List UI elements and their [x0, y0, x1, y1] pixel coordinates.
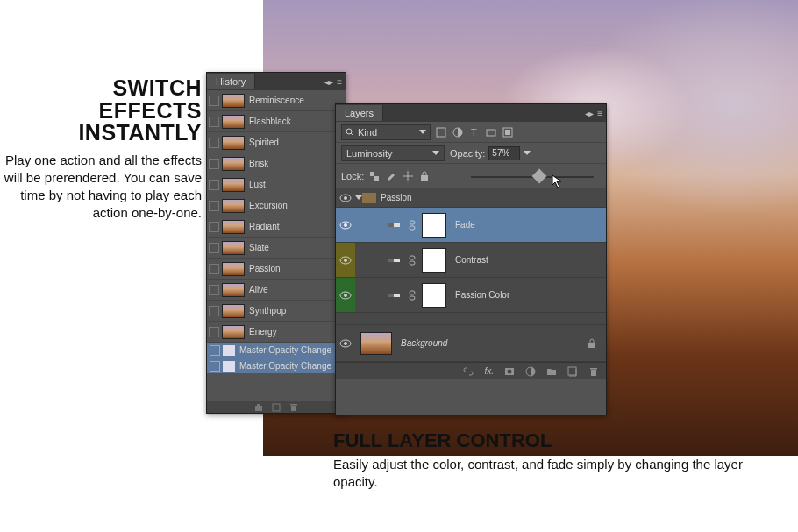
- history-item[interactable]: Passion: [207, 259, 346, 280]
- search-icon: [346, 128, 354, 137]
- background-layer-row[interactable]: Background: [336, 325, 606, 362]
- snapshot-checkbox[interactable]: [209, 327, 219, 337]
- panel-menu-icon[interactable]: ≡: [597, 109, 602, 118]
- opacity-slider[interactable]: [471, 169, 594, 183]
- history-item-label: Alive: [249, 285, 268, 294]
- history-item[interactable]: Synthpop: [207, 301, 346, 322]
- group-twisty-icon[interactable]: [355, 195, 362, 200]
- opacity-label: Opacity:: [450, 148, 485, 159]
- svg-rect-3: [291, 406, 296, 411]
- trash-icon[interactable]: [588, 366, 599, 377]
- snapshot-checkbox[interactable]: [209, 138, 219, 148]
- group-footer-icon[interactable]: [546, 366, 557, 377]
- svg-rect-38: [588, 343, 595, 348]
- svg-rect-23: [410, 226, 415, 230]
- snapshot-checkbox[interactable]: [209, 222, 219, 232]
- svg-rect-44: [590, 368, 597, 370]
- layer-row[interactable]: Passion Color: [336, 278, 606, 313]
- panel-collapse-icon[interactable]: ◂▸: [324, 77, 333, 87]
- panel-menu-icon[interactable]: ≡: [337, 77, 342, 87]
- snapshot-checkbox[interactable]: [209, 159, 219, 169]
- link-icon[interactable]: [408, 255, 417, 266]
- mask-footer-icon[interactable]: [504, 366, 515, 377]
- layers-filter-bar: Kind T: [336, 122, 606, 143]
- filter-pixel-icon[interactable]: [435, 126, 447, 138]
- new-icon[interactable]: [272, 403, 281, 412]
- layer-mask-thumb[interactable]: [422, 283, 446, 308]
- trash-icon[interactable]: [289, 403, 298, 412]
- layer-name-label: Passion Color: [455, 290, 509, 300]
- state-checkbox[interactable]: [210, 361, 220, 372]
- visibility-icon[interactable]: [339, 256, 352, 265]
- layers-blend-bar: Luminosity Opacity: 57%: [336, 143, 606, 164]
- history-list: Reminiscence Flashblack Spirited Brisk L…: [207, 90, 346, 401]
- filter-shape-icon[interactable]: [485, 126, 497, 138]
- fx-icon[interactable]: fx.: [484, 366, 494, 376]
- svg-rect-12: [505, 130, 510, 135]
- lock-transparency-icon[interactable]: [368, 170, 381, 182]
- snapshot-checkbox[interactable]: [209, 306, 219, 316]
- panel-collapse-icon[interactable]: ◂▸: [585, 109, 594, 118]
- background-thumb: [360, 332, 392, 355]
- filter-smart-icon[interactable]: [502, 126, 514, 138]
- history-item[interactable]: Flashblack: [207, 111, 346, 132]
- svg-rect-21: [388, 223, 394, 227]
- snapshot-checkbox[interactable]: [209, 243, 219, 253]
- opacity-field[interactable]: 57%: [488, 146, 520, 160]
- history-item[interactable]: Excursion: [207, 195, 346, 216]
- visibility-icon[interactable]: [339, 194, 352, 202]
- history-item[interactable]: Lust: [207, 174, 346, 195]
- history-thumb: [222, 241, 245, 255]
- adjustment-footer-icon[interactable]: [525, 366, 536, 377]
- layers-tab[interactable]: Layers: [336, 105, 383, 121]
- history-thumb: [222, 157, 245, 171]
- lock-position-icon[interactable]: [402, 170, 414, 182]
- visibility-icon[interactable]: [339, 339, 352, 348]
- blend-mode-value: Luminosity: [346, 148, 393, 159]
- layer-mask-thumb[interactable]: [422, 213, 446, 238]
- filter-kind-label: Kind: [358, 127, 377, 138]
- layers-list: Passion Fade Contrast Passion: [336, 188, 606, 362]
- camera-icon[interactable]: [254, 403, 263, 412]
- new-layer-icon[interactable]: [567, 366, 578, 377]
- layer-group-row[interactable]: Passion: [336, 188, 606, 208]
- layers-footer: fx.: [336, 362, 606, 379]
- snapshot-checkbox[interactable]: [209, 180, 219, 190]
- layer-row[interactable]: Contrast: [336, 243, 606, 278]
- marketing-left-body: Play one action and all the effects will…: [0, 152, 202, 223]
- snapshot-checkbox[interactable]: [209, 264, 219, 274]
- lock-paint-icon[interactable]: [385, 170, 397, 182]
- history-item-label: Slate: [249, 243, 269, 252]
- history-thumb: [222, 262, 245, 276]
- snapshot-checkbox[interactable]: [209, 201, 219, 211]
- filter-type-icon[interactable]: T: [468, 126, 481, 138]
- layer-mask-thumb[interactable]: [422, 248, 446, 273]
- history-state[interactable]: Master Opacity Change: [207, 343, 346, 358]
- blend-mode-select[interactable]: Luminosity: [341, 145, 445, 161]
- layer-row[interactable]: Fade: [336, 208, 606, 243]
- history-item[interactable]: Brisk: [207, 153, 346, 174]
- visibility-icon[interactable]: [339, 291, 352, 300]
- history-item[interactable]: Radiant: [207, 216, 346, 238]
- history-item[interactable]: Alive: [207, 280, 346, 301]
- history-item[interactable]: Spirited: [207, 132, 346, 153]
- state-checkbox[interactable]: [210, 345, 220, 356]
- link-icon[interactable]: [408, 290, 417, 301]
- filter-kind-select[interactable]: Kind: [341, 124, 431, 140]
- filter-adjustment-icon[interactable]: [452, 126, 464, 138]
- link-footer-icon[interactable]: [463, 366, 474, 377]
- snapshot-checkbox[interactable]: [209, 96, 219, 106]
- history-item[interactable]: Slate: [207, 238, 346, 259]
- opacity-dropdown-icon[interactable]: [524, 151, 531, 155]
- svg-rect-43: [591, 370, 596, 376]
- snapshot-checkbox[interactable]: [209, 117, 219, 127]
- history-item[interactable]: Reminiscence: [207, 90, 346, 111]
- slider-thumb[interactable]: [532, 169, 547, 184]
- history-tab[interactable]: History: [207, 74, 255, 89]
- history-item[interactable]: Energy: [207, 322, 346, 343]
- link-icon[interactable]: [408, 220, 417, 231]
- visibility-icon[interactable]: [339, 221, 352, 230]
- lock-all-icon[interactable]: [418, 170, 431, 182]
- snapshot-checkbox[interactable]: [209, 285, 219, 295]
- history-state[interactable]: Master Opacity Change: [207, 358, 346, 374]
